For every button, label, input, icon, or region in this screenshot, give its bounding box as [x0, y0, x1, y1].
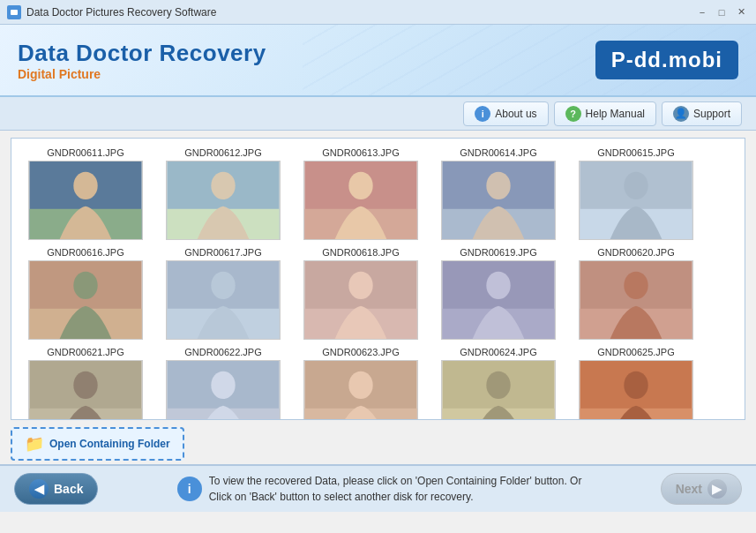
svg-point-43 — [486, 372, 510, 399]
header-brand: P-dd.mobi — [595, 41, 738, 79]
svg-point-7 — [211, 172, 235, 199]
svg-point-22 — [211, 272, 235, 299]
svg-point-40 — [348, 372, 372, 399]
thumbnail-image — [303, 161, 418, 240]
thumbnail-label: GNDR00624.JPG — [460, 347, 536, 357]
info-icon: i — [475, 106, 490, 122]
help-label: Help Manual — [586, 108, 645, 120]
thumbnail-label: GNDR00611.JPG — [47, 147, 124, 158]
svg-point-37 — [211, 372, 235, 399]
thumbnail-label: GNDR00620.JPG — [597, 247, 674, 258]
main-content: GNDR00611.JPG GNDR00612.JPG GNDR00613.JP… — [11, 138, 745, 420]
list-item[interactable]: GNDR00611.JPG — [20, 147, 151, 240]
thumbnail-label: GNDR00614.JPG — [460, 147, 536, 158]
svg-point-34 — [73, 372, 97, 399]
svg-point-31 — [624, 272, 647, 299]
thumbnail-image — [303, 260, 418, 340]
list-item[interactable]: GNDR00617.JPG — [158, 247, 288, 340]
thumbnail-image — [166, 161, 281, 240]
list-item[interactable]: GNDR00622.JPG — [158, 347, 288, 419]
footer: ◀ Back i To view the recovered Data, ple… — [0, 464, 756, 512]
footer-text-line2: Click on 'Back' button to select another… — [209, 489, 582, 505]
thumbnail-label: GNDR00616.JPG — [47, 247, 124, 258]
next-label: Next — [676, 482, 702, 496]
thumbnail-image — [166, 360, 281, 419]
thumbnail-label: GNDR00622.JPG — [184, 347, 261, 357]
svg-point-19 — [73, 272, 97, 299]
thumbnail-image — [28, 360, 143, 419]
footer-text-line1: To view the recovered Data, please click… — [209, 473, 582, 489]
thumbnail-label: GNDR00613.JPG — [322, 147, 399, 158]
thumbnail-label: GNDR00625.JPG — [597, 347, 674, 357]
footer-left: ◀ Back — [14, 473, 98, 505]
svg-point-4 — [73, 172, 97, 199]
list-item[interactable]: GNDR00614.JPG — [433, 147, 564, 240]
footer-text: To view the recovered Data, please click… — [209, 473, 582, 505]
list-item[interactable]: GNDR00624.JPG — [433, 347, 564, 419]
thumbnail-image — [441, 161, 556, 240]
thumbnail-label: GNDR00621.JPG — [47, 347, 124, 357]
back-button[interactable]: ◀ Back — [14, 473, 98, 505]
svg-rect-1 — [11, 10, 18, 15]
about-button[interactable]: i About us — [463, 101, 548, 126]
back-label: Back — [54, 482, 83, 496]
help-icon: ? — [565, 106, 581, 122]
thumbnail-label: GNDR00615.JPG — [597, 147, 674, 158]
list-item[interactable]: GNDR00623.JPG — [296, 347, 426, 419]
title-bar-left: Data Doctor Pictures Recovery Software — [7, 5, 216, 19]
support-label: Support — [693, 108, 730, 120]
svg-point-16 — [624, 172, 647, 199]
thumbnail-label: GNDR00612.JPG — [184, 147, 261, 158]
thumbnail-label: GNDR00618.JPG — [322, 247, 399, 258]
open-folder-button[interactable]: 📁 Open Containing Folder — [11, 427, 184, 461]
list-item[interactable]: GNDR00620.JPG — [571, 247, 701, 340]
thumbnail-image — [166, 260, 281, 340]
close-button[interactable]: ✕ — [733, 4, 749, 20]
about-label: About us — [495, 108, 536, 120]
thumbnail-label: GNDR00623.JPG — [322, 347, 399, 357]
list-item[interactable]: GNDR00615.JPG — [571, 147, 701, 240]
back-arrow-icon: ◀ — [29, 479, 49, 499]
list-item[interactable]: GNDR00613.JPG — [296, 147, 426, 240]
support-icon: 👤 — [673, 106, 689, 122]
open-folder-label: Open Containing Folder — [49, 438, 170, 450]
list-item[interactable]: GNDR00619.JPG — [433, 247, 564, 340]
folder-icon: 📁 — [25, 434, 44, 454]
thumbnail-image — [441, 260, 556, 340]
thumbnail-image — [579, 161, 693, 240]
list-item[interactable]: GNDR00618.JPG — [296, 247, 426, 340]
title-bar-text: Data Doctor Pictures Recovery Software — [26, 6, 216, 19]
svg-point-28 — [486, 272, 510, 299]
svg-point-46 — [624, 372, 647, 399]
thumbnail-image — [28, 260, 143, 340]
list-item[interactable]: GNDR00616.JPG — [20, 247, 151, 340]
footer-info: i To view the recovered Data, please cli… — [177, 473, 582, 505]
svg-point-25 — [348, 272, 372, 299]
logo-title: Data Doctor Recovery — [18, 40, 266, 67]
svg-point-10 — [348, 172, 372, 199]
list-item[interactable]: GNDR00612.JPG — [158, 147, 288, 240]
help-button[interactable]: ? Help Manual — [554, 101, 656, 126]
thumbnail-image — [579, 360, 693, 419]
title-bar-controls: − □ ✕ — [694, 4, 749, 20]
thumbnail-image — [441, 360, 556, 419]
svg-point-13 — [486, 172, 510, 199]
next-arrow-icon: ▶ — [707, 479, 727, 499]
app-icon — [7, 5, 21, 19]
footer-info-icon: i — [177, 477, 202, 501]
maximize-button[interactable]: □ — [714, 4, 730, 20]
logo-subtitle: Digital Picture — [18, 67, 266, 81]
title-bar: Data Doctor Pictures Recovery Software −… — [0, 0, 756, 25]
thumbnail-image — [303, 360, 418, 419]
thumbnail-image — [579, 260, 693, 340]
next-button[interactable]: Next ▶ — [661, 473, 742, 505]
list-item[interactable]: GNDR00625.JPG — [571, 347, 701, 419]
thumbnail-label: GNDR00617.JPG — [184, 247, 261, 258]
list-item[interactable]: GNDR00621.JPG — [20, 347, 151, 419]
minimize-button[interactable]: − — [694, 4, 710, 20]
thumbnail-label: GNDR00619.JPG — [460, 247, 536, 258]
thumbnail-grid[interactable]: GNDR00611.JPG GNDR00612.JPG GNDR00613.JP… — [11, 139, 745, 419]
header: Data Doctor Recovery Digital Picture P-d… — [0, 25, 756, 97]
bottom-section: 📁 Open Containing Folder — [11, 427, 745, 461]
support-button[interactable]: 👤 Support — [662, 101, 742, 126]
